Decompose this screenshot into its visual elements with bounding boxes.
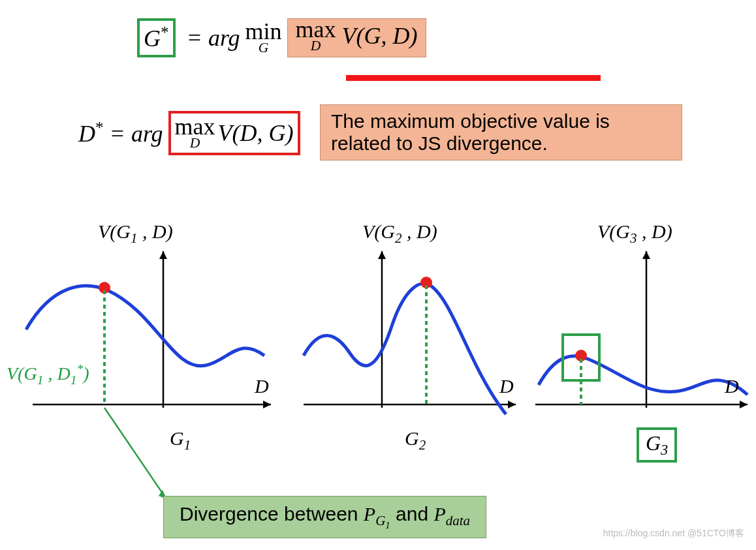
max-op2: max [175,116,215,137]
plot2-g: G2 [405,427,426,453]
watermark: https://blog.csdn.net @51CTO博客 [603,528,744,540]
svg-marker-3 [159,251,167,259]
plot3-title: V(G3 , D) [597,221,672,247]
svg-marker-17 [642,251,650,259]
d-star-text: D* = arg [78,119,163,147]
plot1-title: V(G1 , D) [98,221,173,247]
eq2-max: max D [175,116,215,150]
equation-d-star: D* = arg max D V(D, G) [78,111,300,155]
g-star-box: G* [137,18,176,57]
min-op: min [245,21,282,42]
note-text: The maximum objective value is related t… [331,110,610,154]
note-box: The maximum objective value is related t… [320,104,682,160]
equation-g-star: G* = arg min G max D V(G, D) [137,18,426,57]
svg-marker-9 [508,401,516,408]
svg-marker-1 [263,401,271,408]
min-sub: G [259,42,269,54]
plot-3 [522,225,756,456]
side-label: V(G1 , D1*) [7,362,89,388]
svg-marker-11 [378,251,386,259]
plot2-x: D [499,375,514,397]
plot1-x: D [255,375,269,397]
divergence-box: Divergence between PG1 and Pdata [163,496,486,538]
arrow-to-divergence [101,405,180,509]
vgd-text: V(G, D) [336,22,418,50]
max-vgd-box: max D V(G, D) [287,18,426,57]
max-sub: D [311,40,321,52]
plot-2-svg [291,225,526,453]
svg-marker-15 [740,401,748,408]
max-sub2: D [190,137,200,149]
plot-2 [291,225,526,456]
divergence-text: Divergence between PG1 and Pdata [180,503,470,525]
vdg-text: V(D, G) [218,119,294,147]
plot2-title: V(G2 , D) [362,221,437,247]
svg-line-6 [104,408,166,499]
red-underline [346,75,601,81]
eq1-max: max D [296,19,336,53]
plot3-x: D [725,375,739,397]
plot3-g-box: G3 [637,427,677,463]
g-star-text: G* [144,25,169,52]
plot-3-svg [522,225,756,453]
max-vdg-box: max D V(D, G) [168,111,300,155]
max-op: max [296,19,336,40]
eq1-arg: = arg [181,24,240,52]
eq1-min: min G [245,21,282,55]
